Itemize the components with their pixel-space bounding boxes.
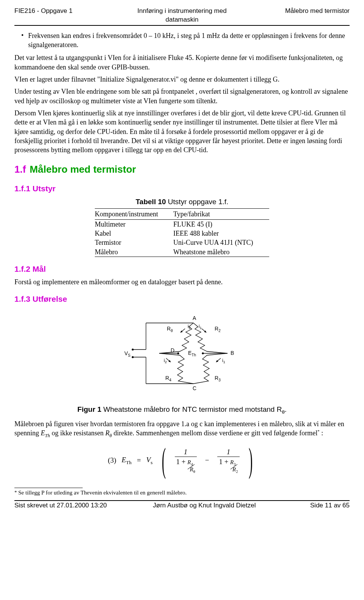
table-row: MultimeterFLUKE 45 (I) (95, 219, 269, 229)
page: FIE216 - Oppgave 1 Innføring i instrumen… (0, 0, 364, 515)
equipment-table-wrap: Komponent/instrument Type/fabrikat Multi… (95, 208, 269, 257)
footer-center: Jørn Austbø og Knut Ingvald Dietzel (137, 501, 271, 510)
figure-1: A B C D VS ETh Rθ R2 R3 R4 i2 i1 i2 i1 (14, 310, 350, 399)
r3-label: R3 (215, 375, 221, 382)
table-header: Komponent/instrument (95, 208, 173, 219)
vs-label: VS (124, 350, 130, 357)
i2-top-label: i2 (188, 324, 191, 330)
eth-label: ETh (188, 350, 196, 357)
rtheta-label: Rθ (167, 326, 173, 333)
paragraph: Målebroen på figuren viser hvordan termi… (14, 419, 350, 439)
figure-caption-text: Wheatstone målebro for NTC termistor med… (101, 405, 282, 413)
section-title: Målebro med termistor (30, 164, 136, 175)
table-cell: IEEE 488 kabler (173, 229, 269, 238)
equals-sign: = (137, 455, 141, 465)
bullet-icon: • (21, 31, 24, 50)
svg-point-15 (202, 352, 204, 354)
page-footer: Sist skrevet ut 27.01.2000 13:20 Jørn Au… (14, 501, 350, 515)
table-cell: FLUKE 45 (I) (173, 219, 269, 229)
subsection-1f1: 1.f.1 Utstyr (14, 183, 350, 194)
node-b-label: B (231, 350, 234, 356)
table-header-row: Komponent/instrument Type/fabrikat (95, 208, 269, 219)
subsection-1f2: 1.f.2 Mål (14, 264, 350, 274)
footer-right: Side 11 av 65 (271, 501, 350, 510)
eq-lhs: ETh (122, 455, 132, 466)
table-row: KabelIEEE 488 kabler (95, 229, 269, 238)
table-caption-rest: Utstyr oppgave 1.f. (166, 198, 229, 206)
minus-sign: − (205, 455, 209, 465)
footer-left: Sist skrevet ut 27.01.2000 13:20 (14, 501, 137, 510)
fraction-2: 1 1 + R3 R2 (217, 447, 239, 474)
footnote-text: Se tillegg P for utleding av Thevenin ek… (17, 490, 187, 496)
table-caption: Tabell 10 Utstyr oppgave 1.f. (14, 197, 350, 207)
svg-line-9 (202, 329, 206, 332)
header-center: Innføring i instrumentering med datamask… (126, 7, 238, 24)
table-cell: Kabel (95, 229, 173, 238)
header-right: Målebro med termistor (238, 7, 350, 24)
left-paren-icon: ( (162, 447, 165, 474)
node-d-label: D (171, 347, 174, 353)
node-c-label: C (193, 385, 196, 391)
table-row: MålebroWheatstone målebro (95, 247, 269, 257)
svg-point-12 (132, 348, 133, 350)
r2-label: R2 (215, 326, 221, 333)
table-cell: Termistor (95, 238, 173, 247)
equation-3: (3) ETh = Vs ( 1 1 + R4 Rθ − (14, 447, 350, 474)
eq-vs: Vs (146, 455, 153, 466)
i1-bot-label: i1 (222, 358, 225, 364)
figure-caption-prefix: Figur 1 (77, 405, 101, 413)
equipment-table: Komponent/instrument Type/fabrikat Multi… (95, 208, 269, 257)
svg-point-13 (132, 356, 133, 358)
page-header: FIE216 - Oppgave 1 Innføring i instrumen… (14, 7, 350, 24)
node-a-label: A (193, 315, 196, 321)
table-cell: Wheatstone målebro (173, 247, 269, 257)
bullet-item: • Frekvensen kan endres i frekvensområde… (21, 31, 350, 50)
footnote: * Se tillegg P for utleding av Thevenin … (14, 489, 350, 496)
paragraph: Under testing av VIen ble endringene som… (14, 87, 350, 106)
eq-bracket-content: 1 1 + R4 Rθ − 1 1 + R3 (175, 447, 240, 474)
section-heading-1f: 1.fMålebro med termistor (14, 163, 350, 176)
table-caption-prefix: Tabell 10 (136, 198, 166, 206)
table-header: Type/fabrikat (173, 208, 269, 219)
header-left: FIE216 - Oppgave 1 (14, 7, 126, 24)
figure-caption: Figur 1 Wheatstone målebro for NTC termi… (14, 405, 350, 416)
i2-bot-label: i2 (164, 358, 167, 364)
figure-caption-sub: θ (282, 409, 284, 415)
table-cell: Multimeter (95, 219, 173, 229)
svg-point-14 (177, 352, 179, 354)
footer-rule (14, 500, 350, 501)
paragraph: Forstå og implementere en måleomformer o… (14, 277, 350, 287)
svg-line-11 (216, 358, 221, 362)
paragraph: Dersom VIen kjøres kontinuerlig slik at … (14, 109, 350, 154)
table-cell: Uni-Curve UUA 41J1 (NTC) (173, 238, 269, 247)
i1-top-label: i1 (199, 324, 202, 330)
wheatstone-bridge-diagram: A B C D VS ETh Rθ R2 R3 R4 i2 i1 i2 i1 (118, 310, 246, 397)
paragraph: VIen er lagret under filnavnet "Initiali… (14, 75, 350, 84)
table-row: TermistorUni-Curve UUA 41J1 (NTC) (95, 238, 269, 247)
subsection-1f3: 1.f.3 Utførelse (14, 294, 350, 304)
fraction-1: 1 1 + R4 Rθ (175, 447, 197, 474)
right-paren-icon: ) (248, 447, 252, 474)
figure-caption-end: . (285, 405, 287, 413)
bullet-text: Frekvensen kan endres i frekvensområdet … (28, 31, 350, 50)
svg-line-10 (166, 358, 171, 362)
svg-line-8 (180, 329, 185, 332)
equation-number: (3) (108, 455, 116, 465)
table-cell: Målebro (95, 247, 173, 257)
footnote-rule (14, 488, 83, 488)
paragraph: Det var lettest å ta utgangspunkt i VIen… (14, 53, 350, 72)
section-number: 1.f (14, 164, 26, 175)
header-rule (14, 25, 350, 26)
r4-label: R4 (165, 375, 171, 382)
